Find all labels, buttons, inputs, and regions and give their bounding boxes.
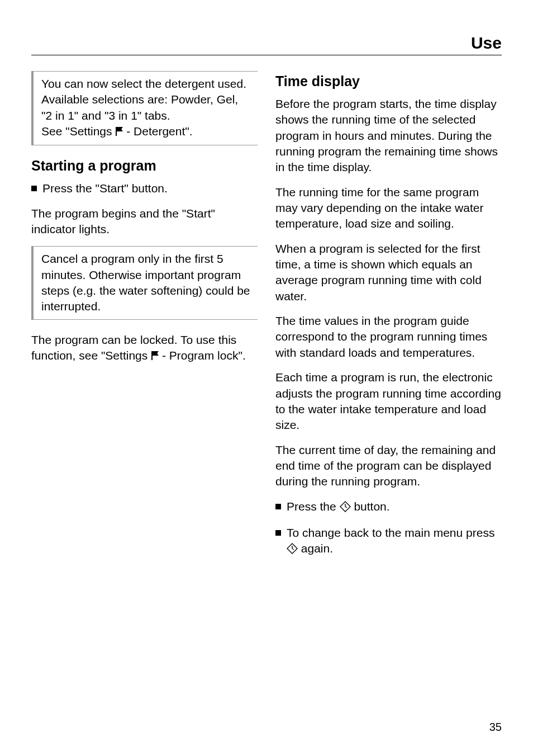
press-clock-suffix: button. [351, 500, 390, 513]
header-title: Use [471, 34, 502, 52]
cancel-warning-box: Cancel a program only in the first 5 min… [31, 246, 258, 319]
program-lock-suffix: - Program lock". [159, 349, 246, 362]
para-time-3: When a program is selected for the first… [275, 241, 502, 304]
bullet-press-clock-text: Press the button. [287, 499, 502, 516]
bullet-square-icon [31, 186, 37, 191]
para-program-lock: The program can be locked. To use this f… [31, 332, 258, 365]
svg-line-5 [292, 549, 294, 550]
detergent-line2-suffix: - Detergent". [123, 125, 192, 138]
detergent-note-line2: See "Settings - Detergent". [41, 124, 251, 140]
flag-icon [151, 349, 159, 365]
bullet-back-main-text: To change back to the main menu press ag… [287, 525, 502, 559]
back-main-suffix: again. [298, 542, 333, 555]
para-time-5: Each time a program is run, the electron… [275, 370, 502, 433]
para-program-begins: The program begins and the "Start" indic… [31, 206, 258, 238]
bullet-press-start: Press the "Start" button. [31, 181, 258, 196]
bullet-back-main: To change back to the main menu press ag… [275, 525, 502, 559]
left-column: You can now select the detergent used. A… [31, 71, 258, 568]
press-clock-prefix: Press the [287, 500, 340, 513]
bullet-press-clock: Press the button. [275, 499, 502, 516]
para-time-2: The running time for the same program ma… [275, 185, 502, 232]
bullet-square-icon [275, 504, 281, 509]
cancel-warning-text: Cancel a program only in the first 5 min… [41, 251, 251, 314]
para-time-4: The time values in the program guide cor… [275, 313, 502, 361]
flag-icon [115, 125, 123, 140]
para-time-1: Before the program starts, the time disp… [275, 96, 502, 176]
bullet-square-icon [275, 530, 281, 536]
clock-icon [340, 500, 351, 516]
heading-time-display: Time display [275, 73, 502, 89]
page-header: Use [31, 34, 502, 55]
page-number: 35 [489, 721, 502, 734]
back-main-prefix: To change back to the main menu press [287, 526, 494, 539]
detergent-note-line1: You can now select the detergent used. A… [41, 76, 251, 124]
right-column: Time display Before the program starts, … [275, 71, 502, 568]
detergent-line2-prefix: See "Settings [41, 125, 115, 138]
svg-line-2 [345, 507, 347, 508]
heading-starting-program: Starting a program [31, 158, 258, 174]
bullet-press-start-text: Press the "Start" button. [42, 181, 258, 196]
para-time-6: The current time of day, the remaining a… [275, 442, 502, 490]
clock-icon [287, 542, 298, 558]
detergent-note-box: You can now select the detergent used. A… [31, 71, 258, 145]
